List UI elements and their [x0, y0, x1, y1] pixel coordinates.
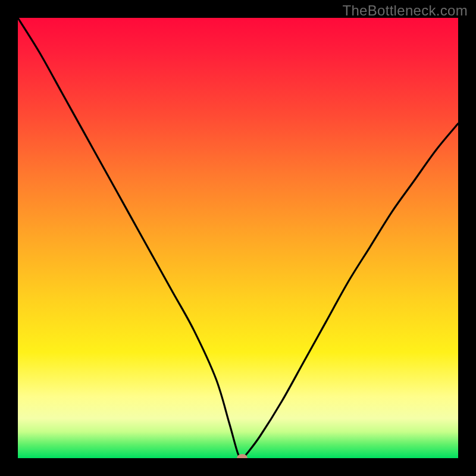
plot-area [18, 18, 458, 458]
watermark-text: TheBottleneck.com [342, 2, 468, 19]
chart-frame: TheBottleneck.com [0, 0, 476, 476]
optimum-marker [237, 454, 248, 458]
curve-path [18, 18, 458, 458]
bottleneck-curve [18, 18, 458, 458]
